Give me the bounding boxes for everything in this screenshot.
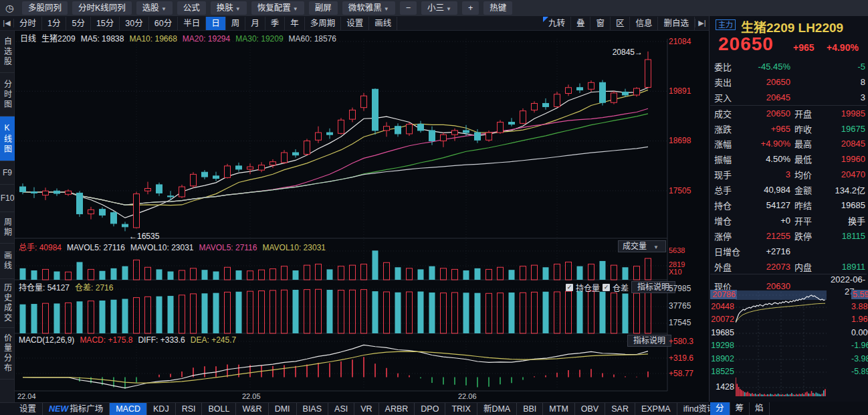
toolbar-button-微软雅黑[interactable]: 微软雅黑▼ — [342, 1, 395, 15]
quote-label: 昨结 — [794, 199, 821, 212]
timeframe-tab-60分[interactable]: 60分 — [149, 17, 178, 30]
indicator-tab-DMI[interactable]: DMI — [269, 403, 297, 415]
indicator-tab-BBI[interactable]: BBI — [517, 403, 543, 415]
indicator-tab-EXPMA[interactable]: EXPMA — [635, 403, 677, 415]
toolbar-button-选股[interactable]: 选股▼ — [136, 1, 173, 15]
sidebar-item-分时图[interactable]: 分时图 — [0, 73, 15, 116]
axis-label: 57985 — [669, 284, 705, 293]
sidebar-item-画线[interactable]: 画线 — [0, 244, 15, 279]
macd-header: MACD(12,26,9)MACD: +175.8DIFF: +333.6DEA… — [19, 335, 241, 345]
tool-tab-信息[interactable]: 信息 — [630, 17, 658, 30]
indicator-tab-DPO[interactable]: DPO — [415, 403, 445, 415]
mini-price-label: 20072 — [710, 315, 734, 324]
macd-indicator-help-button[interactable]: 指标说明 — [627, 335, 671, 347]
quote-row-成交: 成交20650开盘19985 — [710, 105, 867, 121]
sidebar-item-K线图[interactable]: K线图 — [0, 116, 15, 161]
timeframe-tab-5分[interactable]: 5分 — [66, 17, 90, 30]
timeframe-tab-分时[interactable]: 分时 — [14, 17, 42, 30]
toolbar-button-热键[interactable]: 热键 — [483, 1, 512, 15]
indicator-tab-OBV[interactable]: OBV — [575, 403, 605, 415]
quote-value: 4.50% — [744, 154, 794, 164]
sidebar-item-label: 周期 — [2, 218, 13, 238]
quote-value: 8 — [821, 77, 865, 87]
checkbox-oi[interactable]: ✓ — [566, 284, 573, 291]
timeframe-tab-季[interactable]: 季 — [265, 17, 286, 30]
toolbar-button-换肤[interactable]: 换肤▼ — [211, 1, 247, 15]
timeframe-tab-月[interactable]: 月 — [245, 17, 265, 30]
open-interest-controls: ✓持仓量 ✓仓差 指标说明 — [566, 281, 675, 293]
timeframe-tab-年[interactable]: 年 — [285, 17, 305, 30]
indicator-tab-VR[interactable]: VR — [354, 403, 378, 415]
indicator-tab-BOLL[interactable]: BOLL — [202, 403, 236, 415]
toolbar-button-公式[interactable]: 公式 — [177, 1, 206, 15]
panel-tab-筹[interactable]: 筹 — [730, 402, 750, 415]
timeframe-tab-日[interactable]: 日 — [206, 17, 226, 30]
tool-tab-窗[interactable]: 窗 — [590, 17, 611, 30]
panel-tab-焰[interactable]: 焰 — [750, 402, 770, 415]
quote-label: 总手 — [714, 183, 744, 196]
sidebar-item-F10[interactable]: F10 — [0, 185, 15, 212]
quote-value: 20650 — [744, 108, 794, 118]
quote-label: 成交 — [714, 107, 744, 120]
indicator-tab-RSI[interactable]: RSI — [176, 403, 203, 415]
toolbar-button-恢复配置[interactable]: 恢复配置▼ — [251, 1, 304, 15]
quote-value: 20645 — [744, 92, 794, 102]
indicator-tab-新DMA[interactable]: 新DMA — [477, 403, 517, 415]
quote-value: -45.45% — [744, 62, 794, 72]
quote-label: 振幅 — [714, 153, 744, 165]
quote-value: 18911 — [821, 262, 865, 272]
indicator-tab-ASI[interactable]: ASI — [328, 403, 354, 415]
timeframe-toolbar: |◀ 分时1分5分15分30分60分半日日周月季年多周期设置画线 九转叠窗区信息… — [0, 16, 709, 31]
indicator-tab-TRIX[interactable]: TRIX — [445, 403, 477, 415]
indicator-tab-设置[interactable]: 设置 — [13, 403, 43, 415]
timeframe-tab-多周期[interactable]: 多周期 — [305, 17, 342, 30]
timeframe-tab-周[interactable]: 周 — [226, 17, 246, 30]
timeframe-tab-画线[interactable]: 画线 — [369, 17, 397, 30]
clock-icon[interactable]: ◷ — [1, 1, 17, 15]
toolbar-button-分时K线同列[interactable]: 分时K线同列 — [72, 1, 132, 15]
quote-row-买入: 买入206453 — [710, 90, 867, 105]
collapse-right-icon[interactable]: ▶| — [695, 19, 709, 27]
sidebar-item-F9[interactable]: F9 — [0, 161, 15, 185]
toolbar-button-小三[interactable]: 小三▼ — [421, 1, 457, 15]
sidebar-item-历史成交[interactable]: 历史成交 — [0, 279, 15, 328]
panel-tab-分[interactable]: 分 — [710, 402, 730, 415]
indicator-tab-ARBR[interactable]: ARBR — [379, 403, 415, 415]
tool-tab-叠[interactable]: 叠 — [571, 17, 591, 30]
quote-label: 卖出 — [714, 76, 744, 88]
toolbar-button-+[interactable]: + — [462, 1, 479, 15]
intraday-mini-chart[interactable] — [736, 288, 827, 398]
toolbar-button-−[interactable]: − — [400, 1, 417, 15]
indicator-tab-W&R[interactable]: W&R — [236, 403, 268, 415]
top-toolbar: ◷ 多股同列分时K线同列选股▼公式换肤▼恢复配置▼副屏微软雅黑▼−小三▼+热键 — [0, 0, 868, 16]
indicator-tab-MACD[interactable]: MACD — [110, 403, 147, 415]
axis-label: 21084 — [669, 37, 705, 46]
volume-header: 总手: 40984MAVOL5: 27116MAVOL10: 23031MAVO… — [19, 241, 331, 252]
quote-label: 内盘 — [794, 260, 821, 273]
toolbar-button-副屏[interactable]: 副屏 — [309, 1, 338, 15]
timeframe-tab-设置[interactable]: 设置 — [341, 17, 369, 30]
timeframe-tab-30分[interactable]: 30分 — [120, 17, 148, 30]
sidebar-item-自选股[interactable]: 自选股 — [0, 31, 15, 73]
timeframe-tab-半日[interactable]: 半日 — [178, 17, 206, 30]
indicator-tab-指标广场[interactable]: NEW指标广场 — [43, 403, 110, 415]
kline-chart[interactable]: 20845→←1653522.0422.0522.06 — [15, 31, 709, 403]
collapse-left-icon[interactable]: |◀ — [0, 19, 14, 27]
tool-tab-区[interactable]: 区 — [611, 17, 631, 30]
timeframe-tab-15分[interactable]: 15分 — [91, 17, 120, 30]
tool-tab-删自选[interactable]: 删自选 — [658, 17, 695, 30]
volume-indicator-dropdown[interactable]: 成交量▼ — [618, 240, 666, 252]
indicator-tab-MTM[interactable]: MTM — [543, 403, 574, 415]
quote-value: -5 — [821, 62, 865, 72]
sidebar-item-价量分布[interactable]: 价量分布 — [0, 328, 15, 380]
sidebar-item-周期[interactable]: 周期 — [0, 212, 15, 244]
indicator-tab-SAR[interactable]: SAR — [605, 403, 635, 415]
mini-price-label: 19685 — [710, 328, 734, 337]
timeframe-tab-1分[interactable]: 1分 — [42, 17, 66, 30]
tool-tab-九转[interactable]: 九转 — [543, 17, 571, 30]
toolbar-button-多股同列[interactable]: 多股同列 — [22, 1, 68, 15]
indicator-tab-BIAS[interactable]: BIAS — [297, 403, 329, 415]
indicator-tab-KDJ[interactable]: KDJ — [147, 403, 176, 415]
instrument-title: 生猪2209 LH2209 — [741, 17, 843, 35]
checkbox-cangcha[interactable]: ✓ — [603, 284, 610, 291]
